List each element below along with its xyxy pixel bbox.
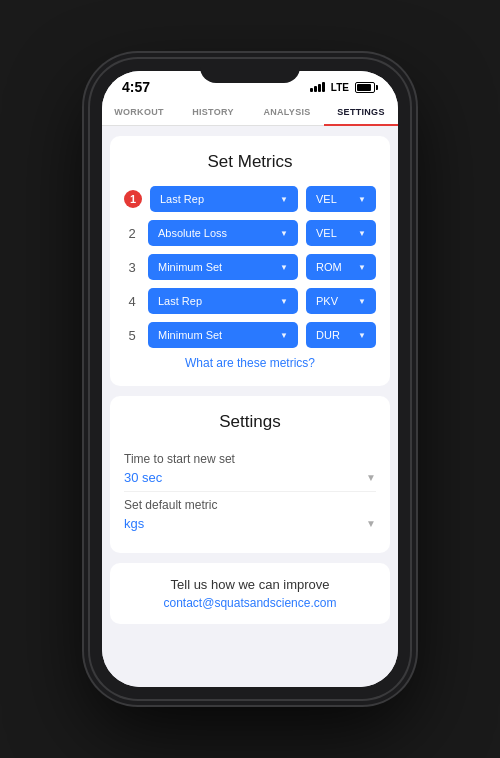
setting-val-2: kgs [124, 516, 144, 531]
row-number-5: 5 [124, 328, 140, 343]
metric-btn-5-primary[interactable]: Minimum Set ▼ [148, 322, 298, 348]
dropdown-arrow-4: ▼ [280, 297, 288, 306]
dropdown-arrow-3: ▼ [280, 263, 288, 272]
dropdown-arrow-2: ▼ [280, 229, 288, 238]
battery-icon [355, 82, 378, 93]
setting-val-1: 30 sec [124, 470, 162, 485]
tab-settings[interactable]: SETTINGS [324, 99, 398, 125]
setting-label-1: Time to start new set [124, 452, 376, 466]
metric-secondary-2: VEL [316, 227, 337, 239]
settings-title: Settings [124, 412, 376, 432]
dropdown-arrow-4b: ▼ [358, 297, 366, 306]
set-metrics-title: Set Metrics [124, 152, 376, 172]
setting-value-2[interactable]: kgs ▼ [124, 516, 376, 531]
set-metrics-card: Set Metrics 1 Last Rep ▼ VEL ▼ 2 [110, 136, 390, 386]
metric-row-1: 1 Last Rep ▼ VEL ▼ [124, 186, 376, 212]
footer-card: Tell us how we can improve contact@squat… [110, 563, 390, 624]
metric-label-4: Last Rep [158, 295, 202, 307]
setting-item-1: Time to start new set 30 sec ▼ [124, 446, 376, 492]
help-link[interactable]: What are these metrics? [124, 356, 376, 370]
tab-analysis[interactable]: ANALYSIS [250, 99, 324, 125]
metric-label-1: Last Rep [160, 193, 204, 205]
lte-icon: LTE [331, 82, 349, 93]
nav-tabs: WORKOUT HISTORY ANALYSIS SETTINGS [102, 99, 398, 126]
dropdown-arrow-1b: ▼ [358, 195, 366, 204]
metric-btn-1-primary[interactable]: Last Rep ▼ [150, 186, 298, 212]
status-icons: LTE [310, 82, 378, 93]
dropdown-arrow-3b: ▼ [358, 263, 366, 272]
dropdown-arrow-5b: ▼ [358, 331, 366, 340]
metric-btn-2-secondary[interactable]: VEL ▼ [306, 220, 376, 246]
footer-title: Tell us how we can improve [124, 577, 376, 592]
metric-btn-1-secondary[interactable]: VEL ▼ [306, 186, 376, 212]
row-number-2: 2 [124, 226, 140, 241]
metric-label-5: Minimum Set [158, 329, 222, 341]
dropdown-arrow-1: ▼ [280, 195, 288, 204]
metric-secondary-5: DUR [316, 329, 340, 341]
metric-row-5: 5 Minimum Set ▼ DUR ▼ [124, 322, 376, 348]
row-number-3: 3 [124, 260, 140, 275]
metric-btn-4-secondary[interactable]: PKV ▼ [306, 288, 376, 314]
dropdown-arrow-2b: ▼ [358, 229, 366, 238]
metric-btn-2-primary[interactable]: Absolute Loss ▼ [148, 220, 298, 246]
setting-value-1[interactable]: 30 sec ▼ [124, 470, 376, 485]
setting-item-2: Set default metric kgs ▼ [124, 492, 376, 537]
metric-btn-3-primary[interactable]: Minimum Set ▼ [148, 254, 298, 280]
metric-row-4: 4 Last Rep ▼ PKV ▼ [124, 288, 376, 314]
footer-email[interactable]: contact@squatsandscience.com [124, 596, 376, 610]
metric-label-2: Absolute Loss [158, 227, 227, 239]
screen-content[interactable]: Set Metrics 1 Last Rep ▼ VEL ▼ 2 [102, 126, 398, 687]
settings-card: Settings Time to start new set 30 sec ▼ … [110, 396, 390, 553]
metric-btn-4-primary[interactable]: Last Rep ▼ [148, 288, 298, 314]
metric-secondary-4: PKV [316, 295, 338, 307]
setting-arrow-2: ▼ [366, 518, 376, 529]
row-number-4: 4 [124, 294, 140, 309]
metric-row-2: 2 Absolute Loss ▼ VEL ▼ [124, 220, 376, 246]
phone-shell: 4:57 LTE WORKOUT HISTORY [90, 59, 410, 699]
metric-secondary-1: VEL [316, 193, 337, 205]
tab-history[interactable]: HISTORY [176, 99, 250, 125]
metric-btn-3-secondary[interactable]: ROM ▼ [306, 254, 376, 280]
metric-secondary-3: ROM [316, 261, 342, 273]
signal-icon [310, 82, 325, 92]
metric-row-3: 3 Minimum Set ▼ ROM ▼ [124, 254, 376, 280]
status-time: 4:57 [122, 79, 150, 95]
metric-btn-5-secondary[interactable]: DUR ▼ [306, 322, 376, 348]
phone-screen: 4:57 LTE WORKOUT HISTORY [102, 71, 398, 687]
tab-workout[interactable]: WORKOUT [102, 99, 176, 125]
setting-label-2: Set default metric [124, 498, 376, 512]
dropdown-arrow-5: ▼ [280, 331, 288, 340]
row-number-1: 1 [124, 190, 142, 208]
setting-arrow-1: ▼ [366, 472, 376, 483]
metric-label-3: Minimum Set [158, 261, 222, 273]
notch [200, 59, 300, 83]
